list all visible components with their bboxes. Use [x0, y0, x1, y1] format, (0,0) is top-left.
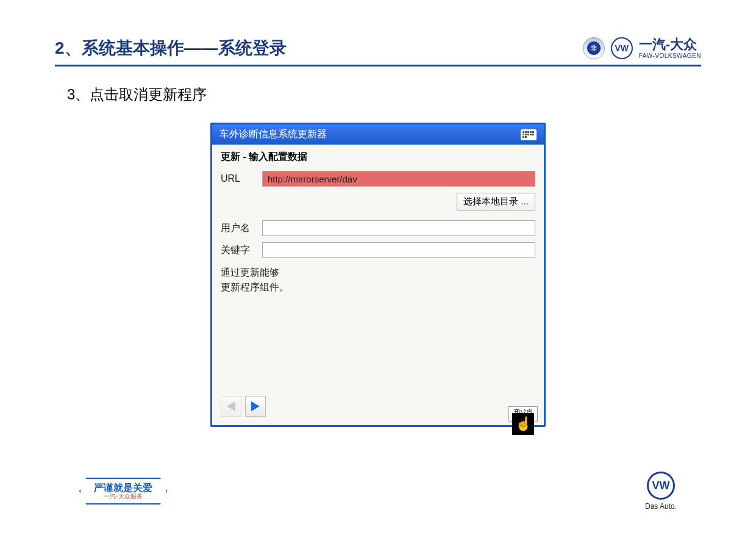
dialog-title: 车外诊断信息系统更新器 [219, 128, 327, 141]
footer-badge: 严谨就是关爱 一汽-大众服务 [79, 478, 167, 505]
description-line2: 更新程序组件。 [221, 280, 535, 295]
arrow-left-icon [227, 401, 235, 411]
keyboard-icon[interactable] [521, 129, 537, 140]
username-input[interactable] [262, 220, 535, 236]
brand-cn: 一汽-大众 [639, 37, 701, 52]
keyword-input[interactable] [262, 242, 535, 258]
faw-logo-icon: 非 [583, 37, 605, 59]
username-label: 用户名 [221, 222, 257, 235]
footer-vw-tag: Das Auto. [645, 502, 677, 511]
vw-logo-icon: VW [611, 37, 633, 59]
update-description: 通过更新能够 更新程序组件。 [221, 265, 535, 295]
footer-vw: VW Das Auto. [645, 472, 677, 511]
step-instruction: 3、点击取消更新程序 [67, 85, 756, 104]
next-button[interactable] [245, 396, 266, 417]
keyword-label: 关键字 [221, 244, 257, 257]
url-label: URL [221, 173, 257, 184]
vw-logo-big-icon: VW [647, 472, 675, 500]
footer-badge-cn: 严谨就是关爱 [94, 483, 152, 494]
select-directory-button[interactable]: 选择本地目录 ... [457, 193, 535, 210]
arrow-right-icon [251, 401, 260, 411]
footer-badge-sub: 一汽-大众服务 [94, 493, 152, 500]
header-underline [55, 65, 701, 66]
section-title: 更新 - 输入配置数据 [221, 151, 535, 163]
dialog-titlebar[interactable]: 车外诊断信息系统更新器 [212, 124, 544, 145]
url-input[interactable] [262, 171, 535, 187]
slide-title: 2、系统基本操作——系统登录 [55, 37, 287, 60]
description-line1: 通过更新能够 [221, 265, 535, 280]
brand-area: 非 VW 一汽-大众 FAW-VOLKSWAGEN [583, 37, 701, 59]
cursor-hand-icon: ☝ [512, 413, 534, 435]
back-button [221, 396, 241, 417]
brand-en: FAW-VOLKSWAGEN [639, 52, 701, 59]
updater-dialog: 车外诊断信息系统更新器 更新 - 输入配置数据 URL 选择本地目录 ... 用… [210, 123, 546, 427]
